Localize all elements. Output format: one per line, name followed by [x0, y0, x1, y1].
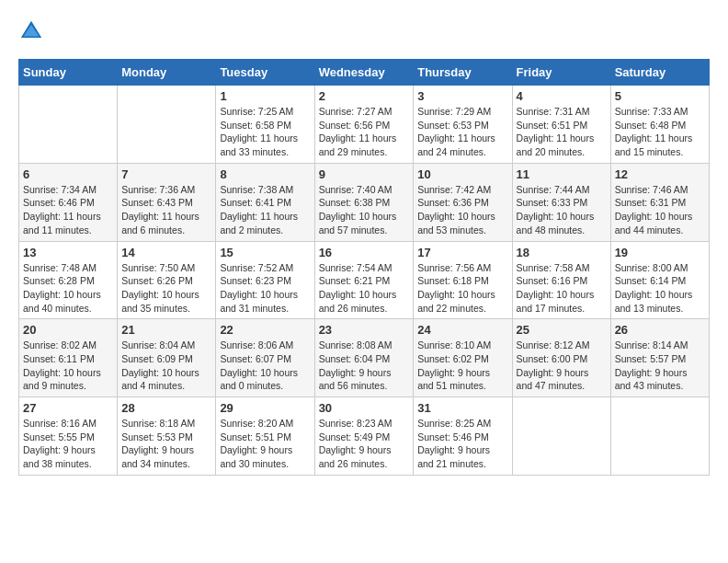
day-cell: 8Sunrise: 7:38 AMSunset: 6:41 PMDaylight… [216, 163, 314, 241]
day-number: 25 [517, 323, 607, 337]
day-info: Sunrise: 8:06 AMSunset: 6:07 PMDaylight:… [220, 339, 310, 393]
day-number: 6 [23, 167, 113, 181]
day-info: Sunrise: 8:10 AMSunset: 6:02 PMDaylight:… [417, 339, 507, 393]
day-cell: 13Sunrise: 7:48 AMSunset: 6:28 PMDayligh… [19, 241, 118, 319]
day-cell: 28Sunrise: 8:18 AMSunset: 5:53 PMDayligh… [118, 397, 216, 476]
day-info: Sunrise: 8:23 AMSunset: 5:49 PMDaylight:… [319, 417, 410, 471]
header-friday: Friday [512, 60, 610, 86]
header-sunday: Sunday [19, 60, 118, 86]
header-tuesday: Tuesday [216, 60, 314, 86]
day-cell: 30Sunrise: 8:23 AMSunset: 5:49 PMDayligh… [314, 397, 414, 476]
calendar: SundayMondayTuesdayWednesdayThursdayFrid… [18, 59, 710, 476]
day-info: Sunrise: 7:38 AMSunset: 6:41 PMDaylight:… [220, 183, 310, 237]
header-monday: Monday [118, 60, 216, 86]
day-cell: 31Sunrise: 8:25 AMSunset: 5:46 PMDayligh… [414, 397, 512, 476]
day-cell: 12Sunrise: 7:46 AMSunset: 6:31 PMDayligh… [610, 163, 709, 241]
day-number: 2 [319, 89, 410, 103]
day-cell: 22Sunrise: 8:06 AMSunset: 6:07 PMDayligh… [216, 319, 314, 397]
day-number: 31 [417, 401, 507, 415]
day-number: 16 [319, 246, 410, 259]
day-info: Sunrise: 8:18 AMSunset: 5:53 PMDaylight:… [121, 417, 211, 471]
header-wednesday: Wednesday [314, 60, 414, 86]
day-cell: 16Sunrise: 7:54 AMSunset: 6:21 PMDayligh… [314, 241, 414, 319]
day-number: 15 [220, 246, 310, 259]
day-cell: 14Sunrise: 7:50 AMSunset: 6:26 PMDayligh… [118, 241, 216, 319]
week-row-5: 27Sunrise: 8:16 AMSunset: 5:55 PMDayligh… [19, 397, 710, 476]
day-cell: 19Sunrise: 8:00 AMSunset: 6:14 PMDayligh… [610, 241, 709, 319]
week-row-4: 20Sunrise: 8:02 AMSunset: 6:11 PMDayligh… [19, 319, 710, 397]
day-info: Sunrise: 7:25 AMSunset: 6:58 PMDaylight:… [220, 105, 310, 159]
day-cell: 25Sunrise: 8:12 AMSunset: 6:00 PMDayligh… [512, 319, 610, 397]
day-info: Sunrise: 7:54 AMSunset: 6:21 PMDaylight:… [319, 261, 410, 316]
day-info: Sunrise: 7:52 AMSunset: 6:23 PMDaylight:… [220, 261, 310, 316]
day-cell: 21Sunrise: 8:04 AMSunset: 6:09 PMDayligh… [118, 319, 216, 397]
logo-icon [18, 18, 44, 44]
day-number: 18 [517, 246, 607, 259]
page-header [18, 18, 710, 44]
day-number: 7 [121, 167, 211, 181]
day-info: Sunrise: 8:02 AMSunset: 6:11 PMDaylight:… [23, 339, 113, 393]
day-number: 29 [220, 401, 310, 415]
logo [18, 18, 48, 44]
day-number: 4 [517, 89, 607, 103]
week-row-1: 1Sunrise: 7:25 AMSunset: 6:58 PMDaylight… [19, 86, 710, 164]
day-cell: 29Sunrise: 8:20 AMSunset: 5:51 PMDayligh… [216, 397, 314, 476]
day-info: Sunrise: 8:16 AMSunset: 5:55 PMDaylight:… [23, 417, 113, 471]
day-cell: 2Sunrise: 7:27 AMSunset: 6:56 PMDaylight… [314, 86, 414, 164]
day-cell [118, 86, 216, 164]
calendar-header-row: SundayMondayTuesdayWednesdayThursdayFrid… [19, 60, 710, 86]
day-number: 23 [319, 323, 410, 337]
day-cell: 23Sunrise: 8:08 AMSunset: 6:04 PMDayligh… [314, 319, 414, 397]
day-number: 30 [319, 401, 410, 415]
day-cell: 9Sunrise: 7:40 AMSunset: 6:38 PMDaylight… [314, 163, 414, 241]
day-info: Sunrise: 7:33 AMSunset: 6:48 PMDaylight:… [615, 105, 705, 159]
day-info: Sunrise: 8:14 AMSunset: 5:57 PMDaylight:… [615, 339, 705, 393]
week-row-2: 6Sunrise: 7:34 AMSunset: 6:46 PMDaylight… [19, 163, 710, 241]
day-info: Sunrise: 7:48 AMSunset: 6:28 PMDaylight:… [23, 261, 113, 316]
day-info: Sunrise: 7:36 AMSunset: 6:43 PMDaylight:… [121, 183, 211, 237]
day-number: 26 [615, 323, 705, 337]
day-number: 1 [220, 89, 310, 103]
day-cell [512, 397, 610, 476]
day-number: 3 [417, 89, 507, 103]
day-info: Sunrise: 8:08 AMSunset: 6:04 PMDaylight:… [319, 339, 410, 393]
day-number: 8 [220, 167, 310, 181]
day-cell: 27Sunrise: 8:16 AMSunset: 5:55 PMDayligh… [19, 397, 118, 476]
day-number: 17 [417, 246, 507, 259]
day-number: 20 [23, 323, 113, 337]
header-thursday: Thursday [414, 60, 512, 86]
day-cell [610, 397, 709, 476]
day-number: 14 [121, 246, 211, 259]
day-cell [19, 86, 118, 164]
day-number: 10 [417, 167, 507, 181]
day-number: 9 [319, 167, 410, 181]
day-number: 12 [615, 167, 705, 181]
day-number: 24 [417, 323, 507, 337]
day-cell: 3Sunrise: 7:29 AMSunset: 6:53 PMDaylight… [414, 86, 512, 164]
day-cell: 11Sunrise: 7:44 AMSunset: 6:33 PMDayligh… [512, 163, 610, 241]
day-number: 22 [220, 323, 310, 337]
day-cell: 10Sunrise: 7:42 AMSunset: 6:36 PMDayligh… [414, 163, 512, 241]
week-row-3: 13Sunrise: 7:48 AMSunset: 6:28 PMDayligh… [19, 241, 710, 319]
day-cell: 7Sunrise: 7:36 AMSunset: 6:43 PMDaylight… [118, 163, 216, 241]
day-number: 21 [121, 323, 211, 337]
day-number: 28 [121, 401, 211, 415]
day-info: Sunrise: 7:46 AMSunset: 6:31 PMDaylight:… [615, 183, 705, 237]
day-cell: 17Sunrise: 7:56 AMSunset: 6:18 PMDayligh… [414, 241, 512, 319]
day-cell: 5Sunrise: 7:33 AMSunset: 6:48 PMDaylight… [610, 86, 709, 164]
day-number: 27 [23, 401, 113, 415]
day-info: Sunrise: 7:50 AMSunset: 6:26 PMDaylight:… [121, 261, 211, 316]
day-number: 5 [615, 89, 705, 103]
day-info: Sunrise: 7:56 AMSunset: 6:18 PMDaylight:… [417, 261, 507, 316]
day-cell: 1Sunrise: 7:25 AMSunset: 6:58 PMDaylight… [216, 86, 314, 164]
day-number: 19 [615, 246, 705, 259]
day-cell: 20Sunrise: 8:02 AMSunset: 6:11 PMDayligh… [19, 319, 118, 397]
day-info: Sunrise: 7:27 AMSunset: 6:56 PMDaylight:… [319, 105, 410, 159]
day-cell: 18Sunrise: 7:58 AMSunset: 6:16 PMDayligh… [512, 241, 610, 319]
day-cell: 24Sunrise: 8:10 AMSunset: 6:02 PMDayligh… [414, 319, 512, 397]
day-cell: 15Sunrise: 7:52 AMSunset: 6:23 PMDayligh… [216, 241, 314, 319]
day-info: Sunrise: 7:40 AMSunset: 6:38 PMDaylight:… [319, 183, 410, 237]
day-info: Sunrise: 7:31 AMSunset: 6:51 PMDaylight:… [517, 105, 607, 159]
day-number: 13 [23, 246, 113, 259]
day-info: Sunrise: 8:20 AMSunset: 5:51 PMDaylight:… [220, 417, 310, 471]
